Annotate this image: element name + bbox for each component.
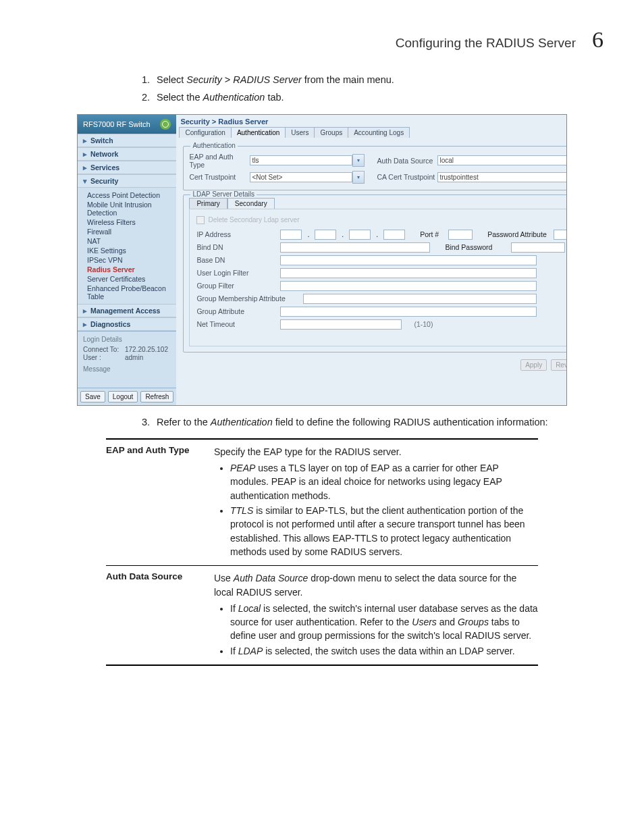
net-timeout-input[interactable]: [280, 319, 402, 330]
ldap-tab-primary[interactable]: Primary: [189, 198, 227, 209]
def-desc-ads: Use Auth Data Source drop-down menu to s…: [214, 571, 538, 659]
base-dn-label: Base DN: [196, 256, 275, 264]
login-details-legend: Login Details: [83, 336, 171, 343]
tree-radius-server[interactable]: Radius Server: [87, 265, 176, 274]
tab-accounting-logs[interactable]: Accounting Logs: [348, 127, 410, 138]
refresh-button[interactable]: Refresh: [140, 391, 173, 402]
def-desc-eap: Specify the EAP type for the RADIUS serv…: [214, 445, 538, 560]
group-attribute-label: Group Attribute: [196, 307, 275, 315]
tree-ike-settings[interactable]: IKE Settings: [87, 246, 176, 255]
ip-octet-2[interactable]: [315, 230, 336, 240]
breadcrumb: Security > Radius Server: [176, 115, 567, 127]
tree-nat[interactable]: NAT: [87, 236, 176, 246]
cert-trustpoint-select[interactable]: [250, 172, 352, 182]
net-timeout-hint: (1-10): [414, 320, 433, 328]
tree-enhanced-probe-beacon[interactable]: Enhanced Probe/Beacon Table: [87, 284, 176, 301]
user-login-filter-label: User Login Filter: [196, 269, 275, 277]
tree-access-point-detection[interactable]: Access Point Detection: [87, 190, 176, 200]
cert-trustpoint-label: Cert Trustpoint: [189, 173, 250, 181]
logout-button[interactable]: Logout: [108, 391, 138, 402]
tree-firewall[interactable]: Firewall: [87, 227, 176, 236]
tree-ipsec-vpn[interactable]: IPSec VPN: [87, 255, 176, 265]
port-label: Port #: [420, 230, 443, 238]
base-dn-input[interactable]: [280, 255, 537, 265]
nav-security[interactable]: ▾ Security: [78, 174, 176, 188]
user-value: admin: [125, 354, 143, 361]
nav-management-access[interactable]: ▸ Management Access: [78, 304, 176, 317]
tab-configuration[interactable]: Configuration: [179, 127, 231, 138]
step-1: 1.Select Security > RADIUS Server from t…: [135, 73, 603, 86]
tree-server-certificates[interactable]: Server Certificates: [87, 274, 176, 284]
auth-data-source-label: Auth Data Source: [377, 157, 437, 165]
tab-groups[interactable]: Groups: [314, 127, 348, 138]
def-term-eap: EAP and Auth Type: [106, 445, 214, 560]
port-input[interactable]: [448, 230, 473, 240]
chapter-number: 6: [592, 27, 603, 53]
def-term-ads: Auth Data Source: [106, 571, 214, 659]
group-membership-attr-label: Group Membership Attribute: [196, 294, 298, 303]
ip-octet-1[interactable]: [280, 230, 302, 240]
ip-address-label: IP Address: [196, 230, 275, 238]
password-attribute-input[interactable]: [554, 230, 567, 240]
bind-password-label: Bind Password: [445, 243, 506, 251]
page-title: Configuring the RADIUS Server: [396, 36, 576, 51]
user-login-filter-input[interactable]: [280, 268, 537, 278]
group-filter-input[interactable]: [280, 281, 537, 291]
chevron-down-icon[interactable]: ▾: [352, 154, 365, 167]
nav-services[interactable]: ▸ Services: [78, 161, 176, 174]
step-2: 2.Select the Authentication tab.: [135, 90, 603, 104]
auth-data-source-select[interactable]: [437, 155, 567, 165]
ca-cert-trustpoint-label: CA Cert Trustpoint: [377, 173, 437, 181]
ip-octet-3[interactable]: [349, 230, 371, 240]
ldap-tab-secondary[interactable]: Secondary: [227, 198, 275, 209]
bind-dn-input[interactable]: [280, 242, 430, 253]
screenshot-panel: RFS7000 RF Switch ▸ Switch ▸ Network ▸ S…: [77, 114, 567, 406]
nav-diagnostics[interactable]: ▸ Diagnostics: [78, 317, 176, 331]
nav-network[interactable]: ▸ Network: [78, 147, 176, 161]
brand-bar: RFS7000 RF Switch: [78, 115, 176, 134]
bind-password-input[interactable]: [511, 242, 565, 253]
ldap-legend: LDAP Server Details: [190, 190, 257, 198]
delete-secondary-ldap-checkbox[interactable]: Delete Secondary Ldap server: [196, 216, 567, 224]
revert-button[interactable]: Revert: [551, 359, 567, 371]
tab-authentication[interactable]: Authentication: [231, 127, 286, 138]
save-button[interactable]: Save: [80, 391, 105, 402]
eap-auth-type-label: EAP and Auth Type: [189, 153, 250, 169]
group-attribute-input[interactable]: [280, 307, 537, 317]
nav-switch[interactable]: ▸ Switch: [78, 134, 176, 147]
group-membership-attr-input[interactable]: [303, 294, 537, 304]
connect-to-label: Connect To:: [83, 346, 121, 353]
password-attribute-label: Password Attribute: [487, 230, 548, 238]
user-label: User :: [83, 354, 121, 361]
bind-dn-label: Bind DN: [196, 243, 275, 251]
eap-auth-type-select[interactable]: [250, 155, 352, 165]
step-3: 3.Refer to the Authentication field to d…: [135, 415, 603, 429]
tree-mobile-unit-intrusion[interactable]: Mobile Unit Intrusion Detection: [87, 200, 176, 217]
chevron-down-icon[interactable]: ▾: [352, 171, 365, 184]
brand-logo-icon: [160, 119, 171, 130]
auth-legend: Authentication: [190, 142, 237, 149]
ca-cert-trustpoint-select[interactable]: [437, 172, 567, 182]
tree-wireless-filters[interactable]: Wireless Filters: [87, 217, 176, 227]
tab-users[interactable]: Users: [285, 127, 315, 138]
connect-to-value: 172.20.25.102: [125, 346, 168, 353]
group-filter-label: Group Filter: [196, 282, 275, 290]
net-timeout-label: Net Timeout: [196, 320, 275, 328]
apply-button[interactable]: Apply: [520, 359, 547, 371]
ip-octet-4[interactable]: [383, 230, 405, 240]
message-legend: Message: [83, 365, 171, 373]
